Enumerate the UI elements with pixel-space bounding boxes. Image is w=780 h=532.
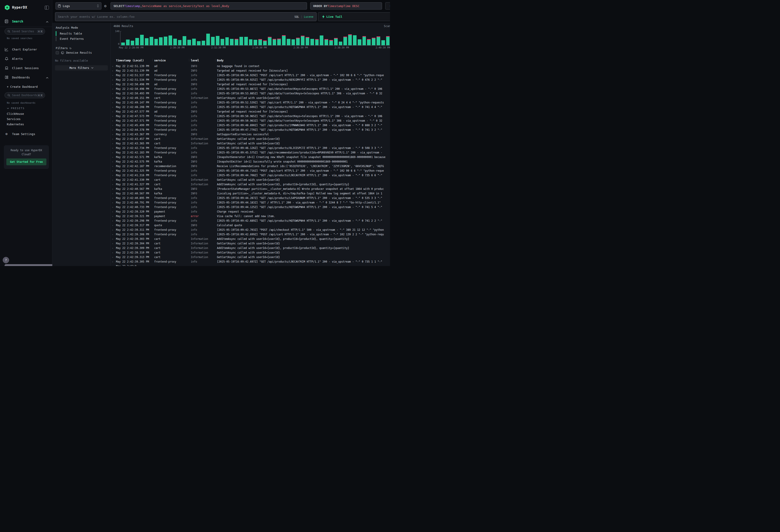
- row-expand-chevron-icon[interactable]: ›: [112, 65, 116, 68]
- refresh-icon[interactable]: ↻: [69, 46, 71, 50]
- histogram-bar[interactable]: [235, 32, 238, 45]
- row-expand-chevron-icon[interactable]: ›: [112, 133, 116, 136]
- histogram-bar[interactable]: [372, 32, 376, 45]
- log-row[interactable]: ›May 22 2:42:40.791 PMfrontend-proxyinfo…: [111, 200, 390, 205]
- histogram-bar[interactable]: [168, 32, 172, 45]
- log-row[interactable]: ›May 22 2:42:51.139 PMadINFOTargeted ad …: [111, 68, 390, 73]
- histogram-bar[interactable]: [206, 32, 210, 45]
- saved-searches-search[interactable]: ⌘ K: [5, 28, 45, 35]
- row-expand-chevron-icon[interactable]: ›: [112, 101, 116, 104]
- row-expand-chevron-icon[interactable]: ›: [112, 69, 116, 72]
- row-expand-chevron-icon[interactable]: ›: [112, 233, 116, 236]
- log-row[interactable]: ›May 22 2:42:39.317 PMquoteINFOCalculate…: [111, 223, 390, 228]
- histogram-bar[interactable]: [306, 32, 309, 45]
- histogram-bar[interactable]: [164, 32, 167, 45]
- log-row[interactable]: ›May 22 2:42:47.571 PMfrontend-proxyinfo…: [111, 118, 390, 123]
- histogram-bar[interactable]: [343, 32, 347, 45]
- log-row[interactable]: ›May 22 2:42:42.575 PMkafkaINFO[Snapshot…: [111, 159, 390, 164]
- histogram-bar[interactable]: [154, 32, 158, 45]
- row-expand-chevron-icon[interactable]: ›: [112, 215, 116, 218]
- row-expand-chevron-icon[interactable]: ›: [112, 188, 116, 191]
- histogram-bar[interactable]: [296, 32, 300, 45]
- log-row[interactable]: ›May 22 2:42:40.567 PMkafkaINFO[LocalLog…: [111, 191, 390, 196]
- log-row[interactable]: ›May 22 2:42:41.316 PMfrontend-proxyinfo…: [111, 173, 390, 178]
- log-row[interactable]: ›May 22 2:42:51.537 PMfrontend-proxyinfo…: [111, 73, 390, 78]
- histogram-bar[interactable]: [173, 32, 177, 45]
- histogram-bar[interactable]: [145, 32, 148, 45]
- histogram-bar[interactable]: [126, 32, 130, 45]
- histogram-bar[interactable]: [334, 32, 338, 45]
- histogram-bar[interactable]: [268, 32, 272, 45]
- source-settings-gear-icon[interactable]: ⚙: [103, 2, 108, 9]
- row-expand-chevron-icon[interactable]: ›: [112, 165, 116, 168]
- log-row[interactable]: ›May 22 2:42:41.330 PMcartInformationGet…: [111, 178, 390, 182]
- saved-searches-input[interactable]: [12, 30, 37, 33]
- histogram-bar[interactable]: [140, 32, 144, 45]
- log-row[interactable]: ›May 22 2:42:42.571 PMkafkaINFO[Snapshot…: [111, 155, 390, 159]
- histogram-bar[interactable]: [183, 32, 186, 45]
- log-row[interactable]: ›May 22 2:42:41.325 PMfrontend-proxyinfo…: [111, 168, 390, 173]
- lang-sql-option[interactable]: SQL: [294, 15, 299, 18]
- log-row[interactable]: ›May 22 2:42:51.534 PMfrontend-proxyinfo…: [111, 78, 390, 82]
- row-expand-chevron-icon[interactable]: ›: [112, 88, 116, 91]
- row-expand-chevron-icon[interactable]: ›: [112, 92, 116, 95]
- row-expand-chevron-icon[interactable]: ›: [112, 183, 116, 186]
- row-expand-chevron-icon[interactable]: ›: [112, 119, 116, 122]
- row-expand-chevron-icon[interactable]: ›: [112, 220, 116, 222]
- row-expand-chevron-icon[interactable]: ›: [112, 206, 116, 209]
- row-expand-chevron-icon[interactable]: ›: [112, 256, 116, 259]
- histogram-bar[interactable]: [315, 32, 319, 45]
- log-row[interactable]: ›May 22 2:42:39.320 PMpaymentinfoCharge …: [111, 209, 390, 214]
- row-expand-chevron-icon[interactable]: ›: [112, 110, 116, 113]
- histogram-bar[interactable]: [282, 32, 286, 45]
- histogram-bar[interactable]: [178, 32, 182, 45]
- histogram-bar[interactable]: [249, 32, 253, 45]
- row-expand-chevron-icon[interactable]: ›: [112, 160, 116, 163]
- denoise-results-option[interactable]: Denoise Results: [56, 51, 92, 54]
- log-row[interactable]: ›May 22 2:42:42.183 PMfrontend-proxyinfo…: [111, 150, 390, 155]
- log-row[interactable]: ›May 22 2:42:41.327 PMcartInformationAdd…: [111, 182, 390, 187]
- row-expand-chevron-icon[interactable]: ›: [112, 242, 116, 245]
- row-expand-chevron-icon[interactable]: ›: [112, 210, 116, 213]
- log-row[interactable]: ›May 22 2:42:50.493 PMfrontend-proxyinfo…: [111, 91, 390, 96]
- sidebar-item-team-settings[interactable]: ⚙ Team Settings: [0, 131, 52, 137]
- help-button[interactable]: ?: [3, 257, 9, 263]
- create-dashboard-button[interactable]: + Create Dashboard: [7, 85, 38, 88]
- log-row[interactable]: ›May 22 2:42:49.151 PMcartInformationGet…: [111, 96, 390, 100]
- histogram-bar[interactable]: [121, 32, 125, 45]
- row-expand-chevron-icon[interactable]: ›: [112, 147, 116, 150]
- log-row[interactable]: ›May 22 2:42:42.187 PMrecommendationINFO…: [111, 164, 390, 168]
- histogram-bar[interactable]: [381, 32, 385, 45]
- histogram-bar[interactable]: [339, 32, 342, 45]
- log-row[interactable]: ›May 22 2:42:47.577 PMadINFOTargeted ad …: [111, 109, 390, 114]
- histogram-bar[interactable]: [301, 32, 304, 45]
- row-expand-chevron-icon[interactable]: ›: [112, 192, 116, 195]
- log-row[interactable]: ›May 22 2:42:51.139 PMadINFOno baggage f…: [111, 64, 390, 68]
- log-row[interactable]: ›May 22 2:42:40.895 PMfrontend-proxyinfo…: [111, 196, 390, 200]
- log-row[interactable]: ›May 22 2:42:44.378 PMfrontend-proxyinfo…: [111, 128, 390, 132]
- row-expand-chevron-icon[interactable]: ›: [112, 74, 116, 77]
- histogram-bar[interactable]: [225, 32, 229, 45]
- event-search-input[interactable]: [55, 15, 294, 18]
- row-expand-chevron-icon[interactable]: ›: [112, 124, 116, 127]
- sidebar-item-preset[interactable]: Services: [7, 117, 20, 121]
- mode-results-table[interactable]: Results Table: [56, 31, 108, 36]
- presets-toggle[interactable]: PRESETS: [7, 107, 25, 110]
- log-row[interactable]: ›May 22 2:42:48.208 PMfrontend-proxyinfo…: [111, 105, 390, 109]
- mode-event-patterns[interactable]: Event Patterns: [56, 36, 108, 41]
- log-row[interactable]: ›May 22 2:42:42.734 PMfrontend-proxyinfo…: [111, 146, 390, 150]
- sidebar-collapse-icon[interactable]: [45, 6, 49, 9]
- histogram-bar[interactable]: [358, 32, 361, 45]
- sidebar-item-preset[interactable]: ClickHouse: [7, 112, 24, 115]
- sidebar-item-client-sessions[interactable]: Client Sessions: [0, 65, 52, 71]
- orderby-query-input[interactable]: ORDER BY TimestampTime DESC: [310, 2, 382, 9]
- histogram-bar[interactable]: [202, 32, 205, 45]
- select-query-input[interactable]: SELECT Timestamp, ServiceName as service…: [110, 2, 307, 9]
- log-row[interactable]: ›May 22 2:42:50.496 PMfrontend-proxyinfo…: [111, 87, 390, 91]
- sidebar-item-chart-explorer[interactable]: Chart Explorer: [0, 47, 52, 52]
- histogram-bar[interactable]: [263, 32, 267, 45]
- log-row[interactable]: ›May 22 2:42:39.309 PMcartInformationAdd…: [111, 246, 390, 250]
- row-expand-chevron-icon[interactable]: ›: [112, 115, 116, 118]
- histogram-bar[interactable]: [197, 32, 201, 45]
- log-row[interactable]: ›May 22 2:42:39.308 PMfrontend-proxyinfo…: [111, 232, 390, 237]
